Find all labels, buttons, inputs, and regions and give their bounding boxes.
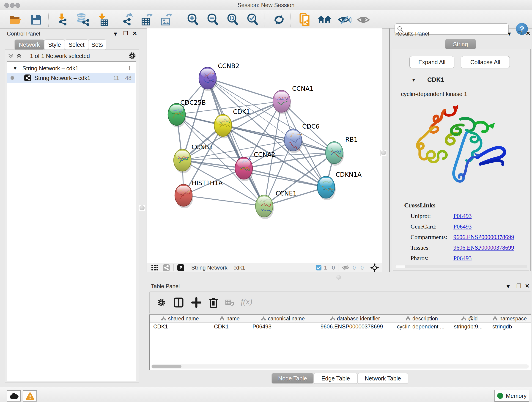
memory-status-dot-icon (497, 393, 503, 399)
network-node-CCNB2[interactable]: CCNB2 (199, 62, 239, 91)
control-panel-close-icon[interactable]: ✕ (133, 30, 137, 37)
network-node-CCNE1[interactable]: CCNE1 (255, 190, 297, 219)
network-edge[interactable] (208, 78, 282, 101)
birdseye-view-icon[interactable] (177, 264, 185, 272)
network-row-selected[interactable]: String Network – cdk1 11 48 (7, 73, 135, 83)
column-header-namespace[interactable]: namespace (489, 315, 531, 323)
table-panel-close-icon[interactable]: ✕ (525, 283, 530, 289)
save-session-icon[interactable] (28, 13, 44, 26)
crosslink-link[interactable]: P06493 (453, 223, 472, 230)
zoom-fit-icon[interactable] (225, 13, 241, 26)
center-view-crosshair-icon[interactable] (370, 263, 379, 272)
collection-expander-icon[interactable]: ▼ (13, 66, 17, 71)
right-splitter-line[interactable] (389, 28, 390, 272)
table-panel-float-icon[interactable]: ❐ (516, 283, 521, 289)
import-network-file-icon[interactable] (54, 13, 70, 26)
network-collection-row[interactable]: ▼ String Network – cdk1 1 (7, 64, 135, 73)
memory-button[interactable]: Memory (494, 390, 529, 402)
network-options-gear-icon[interactable] (128, 51, 137, 60)
network-node-CDKN1A[interactable]: CDKN1A (317, 171, 362, 200)
network-edge[interactable] (244, 168, 326, 187)
tab-string[interactable]: String (445, 39, 476, 50)
crosslink-link[interactable]: P06493 (453, 255, 472, 262)
right-splitter-grip[interactable] (380, 150, 387, 156)
column-network-icon (330, 316, 335, 321)
table-cell[interactable]: stringdb:9... (453, 323, 489, 331)
control-panel-float-icon[interactable]: ❐ (123, 30, 128, 37)
crosslink-row: Compartments:9606.ENSP00000378699 (395, 234, 527, 244)
results-hscrollbar[interactable] (395, 265, 527, 268)
network-edge[interactable] (208, 78, 264, 206)
table-hscroll-thumb[interactable] (152, 365, 181, 368)
results-panel-close-icon[interactable]: ✕ (526, 30, 530, 37)
left-splitter-grip[interactable] (139, 205, 145, 211)
selected-checkbox-icon[interactable] (316, 265, 322, 271)
zoom-selected-icon[interactable] (244, 13, 261, 26)
crosslink-link[interactable]: 9606.ENSP00000378699 (453, 234, 514, 241)
column-header-label: shared name (168, 316, 199, 322)
results-panel-menu-icon[interactable]: ▼ (507, 31, 512, 37)
tab-edge-table[interactable]: Edge Table (314, 373, 358, 384)
show-columns-icon[interactable] (174, 297, 184, 308)
show-all-eye-icon[interactable] (355, 13, 372, 26)
table-cell[interactable]: cyclin-dependent ... (396, 323, 450, 331)
grid-view-icon[interactable] (151, 264, 159, 271)
tab-style[interactable]: Style (44, 39, 65, 50)
crosslink-link[interactable]: 9606.ENSP00000378699 (453, 244, 514, 251)
table-cell[interactable]: stringdb (491, 323, 531, 331)
network-node-HIST1H1A[interactable]: HIST1H1A (175, 179, 223, 208)
home-icon[interactable] (317, 13, 333, 26)
crosslink-link[interactable]: P06493 (453, 213, 472, 220)
network-canvas[interactable]: CCNB2CCNA1CDC25BCDK1CDC6RB1CCNB1CCNA2CDK… (147, 28, 382, 263)
tab-sets[interactable]: Sets (88, 39, 106, 50)
open-session-icon[interactable] (7, 13, 24, 26)
network-node-CCNA1[interactable]: CCNA1 (273, 85, 314, 114)
column-header-shared-name[interactable]: shared name (150, 315, 210, 323)
control-panel-menu-icon[interactable]: ▼ (113, 31, 118, 37)
table-cell[interactable]: CDK1 (213, 323, 249, 331)
results-panel-float-icon[interactable]: ❐ (518, 30, 523, 37)
zoom-out-icon[interactable] (205, 13, 221, 26)
tab-network[interactable]: Network (14, 39, 44, 50)
cloud-status-button[interactable] (7, 390, 21, 402)
column-header-description[interactable]: description (393, 315, 450, 323)
table-cell[interactable]: P06493 (252, 323, 317, 331)
create-column-plus-icon[interactable] (191, 297, 201, 308)
table-hscrollbar[interactable] (151, 364, 529, 369)
clone-network-icon[interactable] (297, 13, 313, 26)
network-edge[interactable] (184, 195, 264, 206)
results-hscroll-thumb[interactable] (395, 265, 405, 268)
table-cell[interactable]: CDK1 (152, 323, 210, 331)
tab-network-table[interactable]: Network Table (358, 373, 408, 384)
table-options-gear-icon[interactable] (157, 298, 166, 307)
expand-all-networks-icon[interactable] (16, 53, 22, 59)
node-card-expander-icon[interactable]: ▼ (411, 77, 416, 83)
column-header-label: description (412, 316, 438, 322)
column-header-name[interactable]: name (210, 315, 249, 323)
import-table-file-icon[interactable] (94, 13, 111, 26)
column-header--id[interactable]: @id (450, 315, 489, 323)
table-cell[interactable]: 9606.ENSP00000378699 (320, 323, 393, 331)
network-node-RB1[interactable]: RB1 (326, 136, 358, 166)
column-header-canonical-name[interactable]: canonical name (249, 315, 317, 323)
collapse-all-button[interactable]: Collapse All (461, 56, 510, 68)
export-image-icon[interactable] (158, 13, 175, 26)
left-splitter-line[interactable] (146, 28, 146, 272)
node-label-HIST1H1A: HIST1H1A (192, 179, 223, 186)
delete-column-trash-icon[interactable] (209, 297, 218, 308)
network-view-icon[interactable] (162, 264, 170, 272)
warning-status-button[interactable] (23, 390, 37, 402)
zoom-in-icon[interactable] (185, 13, 201, 26)
collapse-all-networks-icon[interactable] (7, 53, 14, 59)
tab-select[interactable]: Select (65, 39, 88, 50)
expand-all-button[interactable]: Expand All (409, 56, 454, 68)
hide-selected-eye-slash-icon[interactable] (336, 13, 353, 26)
column-header-database-identifier[interactable]: database identifier (317, 315, 393, 323)
export-network-icon[interactable] (119, 13, 136, 26)
horizontal-splitter-grip[interactable] (336, 275, 341, 280)
import-network-database-icon[interactable] (74, 13, 91, 26)
tab-node-table[interactable]: Node Table (272, 373, 314, 384)
export-table-icon[interactable] (139, 13, 155, 26)
apply-layout-icon[interactable] (271, 13, 287, 26)
table-panel-menu-icon[interactable]: ▼ (505, 283, 511, 290)
